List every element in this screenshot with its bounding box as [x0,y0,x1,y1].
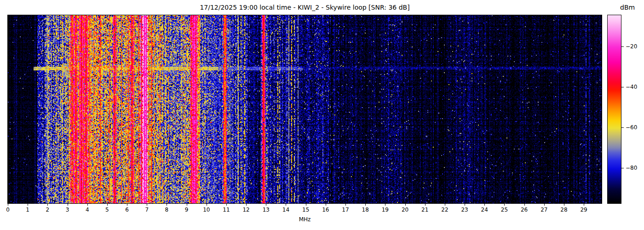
colorbar-tick [621,127,624,128]
x-axis-tick [326,204,326,206]
x-axis-tick [266,204,266,206]
x-axis-tick-label: 0 [6,207,10,213]
x-axis-tick-label: 21 [421,207,428,213]
x-axis-tick [47,204,48,206]
x-axis-tick [504,204,505,206]
x-axis-tick-label: 12 [242,207,249,213]
colorbar-unit-label: dBm [620,4,635,11]
x-axis-tick-label: 29 [580,207,587,213]
x-axis-tick-label: 28 [560,207,567,213]
x-axis-tick [187,204,187,206]
x-axis-label: MHz [299,216,311,223]
x-axis-tick-label: 15 [302,207,309,213]
x-axis-tick [564,204,564,206]
x-axis-tick [226,204,227,206]
x-axis-tick-label: 23 [461,207,468,213]
x-axis-tick-label: 16 [322,207,329,213]
x-axis-tick [87,204,88,206]
x-axis-tick-label: 5 [105,207,109,213]
x-axis-tick-label: 26 [521,207,528,213]
x-axis-tick [425,204,426,206]
spectrogram-plot-area [7,15,602,204]
spectrogram-figure: 17/12/2025 19:00 local time - KIWI_2 - S… [0,0,644,230]
x-axis-tick-label: 20 [402,207,408,213]
colorbar [607,15,621,204]
x-axis-tick-label: 6 [125,207,129,213]
colorbar-tick [621,46,624,47]
x-axis-tick-label: 27 [540,207,547,213]
x-axis-tick [147,204,147,206]
x-axis-tick [584,204,584,206]
x-axis-tick [345,204,346,206]
colorbar-tick-label: −60 [626,124,637,131]
x-axis-tick-label: 1 [26,207,29,213]
x-axis-tick [544,204,545,206]
x-axis-tick-label: 8 [165,207,169,213]
x-axis-tick [385,204,385,206]
x-axis-tick [405,204,406,206]
x-axis-tick-label: 19 [382,207,389,213]
x-axis-tick-label: 25 [501,207,508,213]
x-axis-tick [8,204,8,206]
x-axis-tick-label: 18 [362,207,369,213]
x-axis-tick [484,204,485,206]
x-axis-tick-label: 9 [185,207,189,213]
colorbar-tick-label: −40 [626,84,637,90]
spectrogram-canvas [8,15,602,203]
colorbar-tick-label: −20 [626,43,637,50]
x-axis-tick-label: 2 [46,207,50,213]
x-axis-tick-label: 13 [263,207,270,213]
x-axis-tick [167,204,167,206]
x-axis-tick-label: 3 [66,207,69,213]
colorbar-tick [621,168,624,168]
x-axis-tick-label: 17 [342,207,349,213]
x-axis-tick [246,204,247,206]
x-axis-tick-label: 24 [481,207,488,213]
x-axis-tick-label: 10 [203,207,210,213]
x-axis-tick-label: 22 [441,207,448,213]
x-axis-tick [28,204,28,206]
x-axis-tick-label: 11 [223,207,230,213]
x-axis-tick [127,204,127,206]
x-axis-tick [465,204,465,206]
plot-title: 17/12/2025 19:00 local time - KIWI_2 - S… [8,4,602,11]
colorbar-tick-label: −80 [626,165,637,171]
x-axis-tick [286,204,286,206]
x-axis-tick [207,204,207,206]
x-axis-tick [107,204,108,206]
x-axis-tick-label: 14 [282,207,289,213]
x-axis-tick [68,204,68,206]
colorbar-tick [621,87,624,87]
colorbar-gradient [608,15,621,203]
x-axis-tick-label: 7 [145,207,149,213]
x-axis-tick [445,204,445,206]
x-axis-tick [524,204,525,206]
x-axis-tick-label: 4 [86,207,89,213]
x-axis-tick [306,204,306,206]
x-axis-tick [365,204,366,206]
